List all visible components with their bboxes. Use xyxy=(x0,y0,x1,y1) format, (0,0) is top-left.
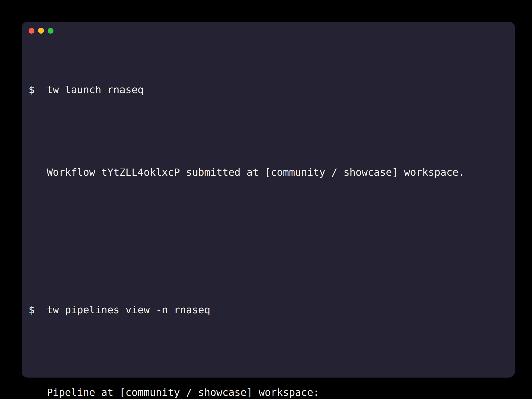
prompt-symbol: $ xyxy=(29,304,35,316)
command-line-launch: $tw launch rnaseq xyxy=(29,83,508,97)
window-titlebar[interactable] xyxy=(29,28,508,34)
minimize-button[interactable] xyxy=(38,28,44,34)
command-text-launch: tw launch rnaseq xyxy=(47,84,144,96)
command-text-pipelines-view: tw pipelines view -n rnaseq xyxy=(47,304,210,316)
blank-line xyxy=(29,248,508,262)
command-line-pipelines-view: $tw pipelines view -n rnaseq xyxy=(29,303,508,317)
close-button[interactable] xyxy=(29,28,34,34)
desktop-background: $tw launch rnaseq Workflow tYtZLL4oklxcP… xyxy=(0,0,532,399)
terminal-content: $tw launch rnaseq Workflow tYtZLL4oklxcP… xyxy=(29,42,508,399)
maximize-button[interactable] xyxy=(48,28,53,34)
output-workflow-submitted: Workflow tYtZLL4oklxcP submitted at [com… xyxy=(29,165,508,179)
terminal-window[interactable]: $tw launch rnaseq Workflow tYtZLL4oklxcP… xyxy=(22,22,515,378)
blank-line xyxy=(29,124,508,138)
output-pipeline-workspace: Pipeline at [community / showcase] works… xyxy=(29,386,508,399)
blank-line xyxy=(29,207,508,220)
prompt-symbol: $ xyxy=(29,84,35,96)
blank-line xyxy=(29,344,508,358)
